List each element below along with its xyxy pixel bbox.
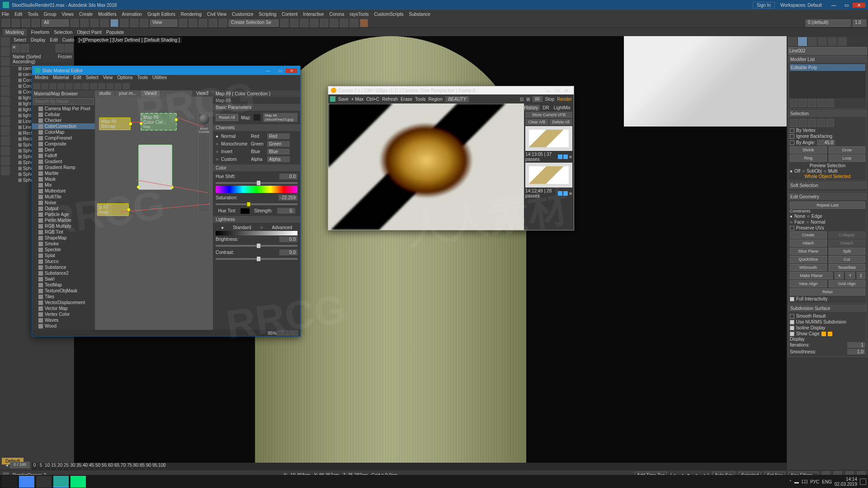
pivot-icon[interactable] [179, 19, 187, 27]
configure-icon[interactable] [826, 99, 834, 107]
vfb-tab-dr[interactable]: DR [541, 105, 551, 111]
slate-tb-icon[interactable] [41, 83, 48, 89]
map-item[interactable]: Dent [32, 147, 95, 153]
slate-nav-icon[interactable] [282, 330, 288, 336]
tray-time[interactable]: 14:14 [846, 477, 857, 482]
filter-all-select[interactable]: All [42, 19, 69, 27]
editgeo-rollout[interactable]: Edit Geometry [788, 193, 867, 200]
vfb-max-icon[interactable]: ▭ [553, 88, 562, 93]
channel-normal-radio[interactable]: Normal [221, 134, 248, 139]
map-item[interactable]: Cellular [32, 112, 95, 117]
slate-tb-icon[interactable] [114, 83, 122, 89]
vfb-zoom-fit-icon[interactable]: ⊡ [520, 97, 524, 102]
browser-search-input[interactable] [33, 98, 94, 105]
map-item[interactable]: Swirl [32, 276, 95, 282]
scene-filter-icon[interactable] [21, 44, 29, 52]
map-item[interactable]: ColorCorrection [32, 123, 95, 129]
map-item[interactable]: TextureObjMask [32, 288, 95, 294]
poly-subobj-icon[interactable] [817, 119, 825, 127]
rotate-icon[interactable] [120, 19, 128, 27]
mirror-icon[interactable] [280, 19, 288, 27]
vfb-titlebar[interactable]: Corona 2.x | 506× 506px (1:1) | Camera: … [328, 86, 574, 94]
clear-ab-button[interactable]: Clear A/B [525, 119, 548, 125]
vfb-ctrlc[interactable]: Ctrl+C [366, 97, 379, 102]
menu-customize[interactable]: Customize [232, 12, 253, 17]
saturation-value[interactable]: -22.259 [278, 195, 297, 201]
map-item[interactable]: Speckle [32, 247, 95, 253]
object-name-input[interactable] [788, 47, 867, 55]
hierarchy-panel-icon[interactable] [808, 37, 817, 46]
strength-value[interactable]: 0. [277, 208, 295, 214]
menu-views[interactable]: Views [62, 12, 74, 17]
preserve-uvs-check[interactable] [790, 226, 794, 230]
by-angle-check[interactable] [790, 141, 794, 145]
map-item[interactable]: Tiles [32, 294, 95, 300]
smooth-value[interactable]: 1.0 [847, 349, 865, 355]
menu-animation[interactable]: Animation [122, 12, 142, 17]
current-frame[interactable]: 0 / 100 [10, 462, 30, 468]
node-p7[interactable]: p #7 map [97, 203, 129, 216]
isoline-check[interactable] [790, 326, 794, 330]
node-map9[interactable]: Map #9 Color Cor... Map [141, 113, 177, 131]
shrink-button[interactable]: Shrink [790, 146, 827, 154]
prevsel-off-radio[interactable]: Off [794, 169, 800, 174]
vp-tool5-icon[interactable] [1, 127, 10, 136]
menu-corona[interactable]: Corona [329, 12, 344, 17]
ribbon-objectpaint[interactable]: Object Paint [77, 30, 101, 35]
map-item[interactable]: Marble [32, 170, 95, 176]
slate-nav-icon[interactable] [293, 330, 298, 336]
task-audition-icon[interactable] [71, 476, 86, 488]
utilities-tab-icon[interactable] [1, 77, 10, 86]
vp-tool9-icon[interactable] [1, 166, 10, 175]
map-item[interactable]: VectorDisplacement [32, 300, 95, 305]
spinner-snap-icon[interactable] [219, 19, 227, 27]
scale-icon[interactable] [130, 19, 138, 27]
slate-tb-icon[interactable] [123, 83, 130, 89]
history-thumb-1[interactable] [525, 126, 572, 151]
history-thumb-2[interactable] [525, 163, 572, 188]
vfb-erase[interactable]: Erase [401, 97, 412, 102]
green-select[interactable]: Green [267, 141, 290, 147]
vertex-subobj-icon[interactable] [790, 119, 798, 127]
ribbon-populate[interactable]: Populate [106, 30, 124, 35]
lightness-std-radio[interactable]: Standard [233, 225, 251, 230]
modifier-list-label[interactable]: Modifier List [788, 56, 867, 63]
slice-plane-button[interactable]: Slice Plane [790, 248, 827, 255]
prevsel-sub-radio[interactable]: SubObj [807, 169, 821, 174]
spinner-value[interactable]: 1.0 [853, 19, 866, 27]
vfb-render-button[interactable]: Render [557, 97, 572, 102]
map-item[interactable]: Waves [32, 317, 95, 323]
menu-rendering[interactable]: Rendering [181, 12, 202, 17]
element-subobj-icon[interactable] [826, 119, 834, 127]
create-tab-icon[interactable] [1, 37, 10, 46]
node-output-port[interactable] [171, 186, 174, 188]
slate-menu-view[interactable]: View [103, 75, 113, 82]
map-item[interactable]: Splat [32, 253, 95, 258]
layers-icon[interactable] [300, 19, 308, 27]
slate-menu-tools[interactable]: Tools [137, 75, 148, 82]
placement-icon[interactable] [140, 19, 148, 27]
tessellate-button[interactable]: Tessellate [829, 264, 866, 271]
link-icon[interactable] [22, 19, 30, 27]
modifier-stack-item[interactable]: Editable Poly [790, 64, 865, 71]
angle-snap-icon[interactable] [199, 19, 207, 27]
slate-tb-icon[interactable] [98, 83, 105, 89]
vfb-save[interactable]: Save [338, 97, 349, 102]
slate-menu-modes[interactable]: Modes [35, 75, 48, 82]
close-icon[interactable]: ✕ [853, 3, 865, 8]
tray-volume-icon[interactable]: 口) [802, 479, 807, 485]
scene-find-icon[interactable]: ✕ [12, 44, 20, 52]
z-button[interactable]: Z [857, 272, 866, 279]
map-button[interactable]: Map #6 (WoodFine23.jpg) [263, 113, 297, 122]
repeat-last-button[interactable]: Repeat Last [790, 202, 865, 209]
detach-button[interactable]: Detach [829, 239, 866, 247]
window-crossing-icon[interactable] [100, 19, 108, 27]
menu-create[interactable]: Create [79, 12, 93, 17]
basic-params-header[interactable]: Basic Parameters [213, 104, 300, 111]
slate-menu-options[interactable]: Options [117, 75, 132, 82]
relax-button[interactable]: Relax [790, 288, 865, 296]
unlink-icon[interactable] [32, 19, 40, 27]
gridalign-button[interactable]: Grid Align [829, 280, 866, 287]
display-panel-icon[interactable] [828, 37, 837, 46]
hierarchy-tab-icon[interactable] [1, 47, 10, 56]
